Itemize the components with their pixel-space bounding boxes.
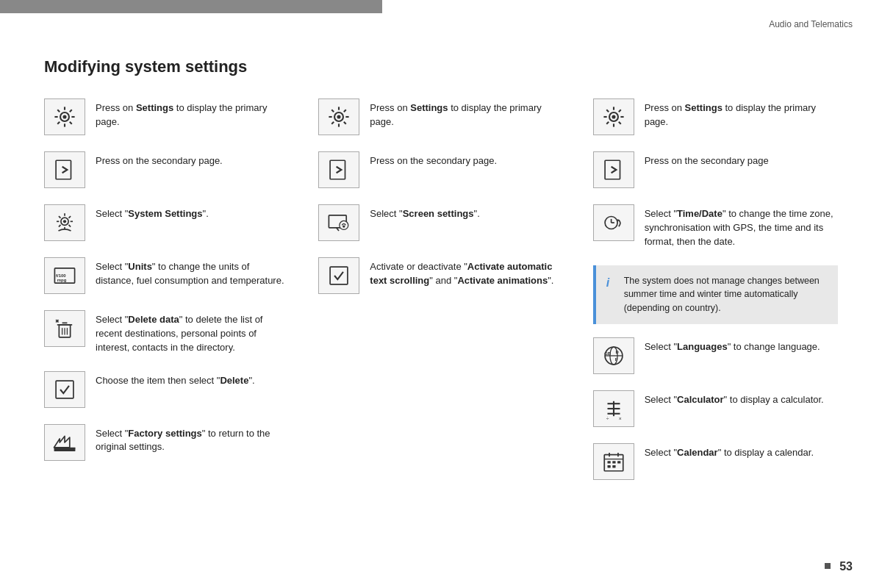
- activate-icon: [318, 257, 359, 294]
- info-text: The system does not manage changes betwe…: [624, 274, 828, 315]
- item-text: Press on the secondary page.: [370, 151, 497, 168]
- list-item: GB F D Select "Languages" to change lang…: [593, 337, 838, 374]
- item-text: Activate or deactivate "Activate automat…: [370, 257, 563, 288]
- list-item: Press on Settings to display the primary…: [593, 98, 838, 135]
- column-1: Press on Settings to display the primary…: [29, 98, 304, 496]
- svg-line-40: [344, 110, 346, 112]
- item-text: Select "Delete data" to delete the list …: [96, 310, 289, 355]
- info-box: i The system does not manage changes bet…: [593, 265, 838, 324]
- svg-point-20: [63, 220, 66, 223]
- item-text: Press on the secondary page: [645, 151, 769, 168]
- svg-text:mpg: mpg: [57, 278, 67, 282]
- svg-rect-80: [612, 461, 615, 463]
- factory-settings-icon: [44, 424, 85, 461]
- item-text: Select "Languages" to change language.: [645, 337, 820, 354]
- settings-icon: [44, 98, 85, 135]
- list-item: Press on the secondary page.: [318, 151, 563, 188]
- svg-text:GB: GB: [604, 351, 612, 356]
- svg-text:×: ×: [618, 416, 621, 421]
- svg-rect-30: [56, 381, 74, 398]
- svg-marker-32: [54, 436, 70, 447]
- list-item: ÷ × Select "Calculator" to display a cal…: [593, 390, 838, 427]
- svg-line-17: [69, 225, 71, 227]
- svg-text:D: D: [615, 350, 619, 354]
- svg-line-56: [618, 110, 620, 112]
- svg-text:÷: ÷: [606, 416, 609, 421]
- delete-confirm-icon: [44, 371, 85, 408]
- languages-icon: GB F D: [593, 337, 634, 374]
- page-dot: [825, 563, 831, 569]
- item-text: Select "Screen settings".: [370, 204, 479, 221]
- svg-rect-81: [617, 461, 620, 463]
- secondary-page-icon-2: [318, 151, 359, 188]
- column-2: Press on Settings to display the primary…: [304, 98, 578, 496]
- list-item: Choose the item then select "Delete".: [44, 371, 289, 408]
- units-icon: f/100 mpg: [44, 257, 85, 294]
- list-item: Press on the secondary page: [593, 151, 838, 188]
- svg-line-6: [70, 122, 72, 124]
- svg-text:f/100: f/100: [56, 273, 66, 278]
- list-item: Select "System Settings".: [44, 204, 289, 241]
- settings-icon-2: [318, 98, 359, 135]
- svg-line-39: [344, 122, 346, 124]
- list-item: Press on Settings to display the primary…: [318, 98, 563, 135]
- calendar-icon: [593, 443, 634, 480]
- settings-icon-3: [593, 98, 634, 135]
- list-item: Press on the secondary page.: [44, 151, 289, 188]
- item-text: Select "Time/Date" to change the time zo…: [645, 204, 838, 249]
- list-item: Select "Calendar" to display a calendar.: [593, 443, 838, 480]
- list-item: Activate or deactivate "Activate automat…: [318, 257, 563, 294]
- item-text: Press on Settings to display the primary…: [370, 98, 563, 129]
- item-text: Select "System Settings".: [96, 204, 209, 221]
- system-settings-icon: [44, 204, 85, 241]
- top-bar: [0, 0, 382, 13]
- svg-rect-48: [330, 267, 348, 284]
- page-number: 53: [839, 560, 853, 573]
- svg-rect-79: [607, 461, 610, 463]
- svg-point-58: [612, 115, 615, 118]
- list-item: Select "Delete data" to delete the list …: [44, 310, 289, 355]
- svg-line-7: [70, 110, 72, 112]
- delete-data-icon: [44, 310, 85, 347]
- secondary-page-icon: [44, 151, 85, 188]
- item-text: Select "Calendar" to display a calendar.: [645, 443, 814, 460]
- time-date-icon: [593, 204, 634, 241]
- screen-settings-icon: [318, 204, 359, 241]
- item-text: Select "Units" to change the units of di…: [96, 257, 289, 288]
- list-item: Select "Screen settings".: [318, 204, 563, 241]
- svg-rect-43: [330, 160, 345, 179]
- svg-line-8: [57, 122, 60, 124]
- list-item: Select "Factory settings" to return to t…: [44, 424, 289, 461]
- item-text: Choose the item then select "Delete".: [96, 371, 255, 388]
- svg-rect-82: [607, 465, 610, 467]
- item-text: Press on the secondary page.: [96, 151, 223, 168]
- content-grid: Press on Settings to display the primary…: [29, 98, 853, 496]
- page-title: Modifying system settings: [44, 57, 882, 76]
- svg-line-16: [59, 216, 61, 218]
- column-3: Press on Settings to display the primary…: [578, 98, 853, 496]
- svg-line-5: [57, 110, 60, 112]
- calculator-icon: ÷ ×: [593, 390, 634, 427]
- svg-line-41: [332, 122, 334, 124]
- list-item: Press on Settings to display the primary…: [44, 98, 289, 135]
- svg-point-9: [62, 115, 66, 118]
- svg-line-19: [59, 225, 61, 227]
- item-text: Select "Calculator" to display a calcula…: [645, 390, 824, 407]
- svg-text:F: F: [614, 357, 617, 362]
- info-icon: i: [606, 274, 617, 292]
- svg-point-42: [337, 115, 341, 118]
- item-text: Press on Settings to display the primary…: [96, 98, 289, 129]
- svg-line-57: [606, 122, 609, 124]
- item-text: Press on Settings to display the primary…: [645, 98, 838, 129]
- secondary-page-icon-3: [593, 151, 634, 188]
- svg-line-55: [618, 122, 620, 124]
- svg-rect-83: [612, 465, 615, 467]
- svg-point-47: [343, 225, 345, 227]
- svg-line-38: [332, 110, 334, 112]
- section-title: Audio and Telematics: [769, 19, 853, 29]
- svg-rect-59: [605, 160, 620, 179]
- list-item: f/100 mpg Select "Units" to change the u…: [44, 257, 289, 294]
- svg-line-18: [69, 216, 71, 218]
- svg-rect-10: [56, 160, 71, 179]
- item-text: Select "Factory settings" to return to t…: [96, 424, 289, 455]
